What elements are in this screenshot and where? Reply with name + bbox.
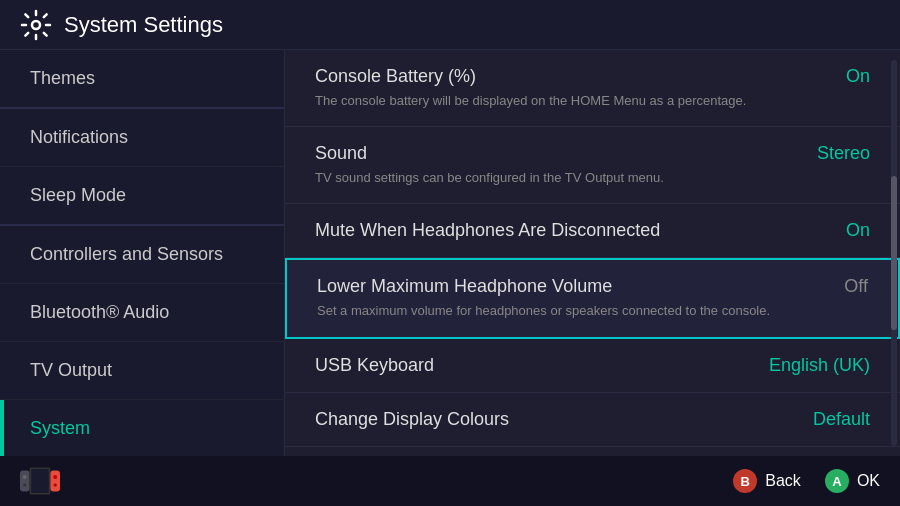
setting-name-console-battery: Console Battery (%): [315, 66, 476, 87]
svg-point-7: [53, 475, 57, 479]
setting-usb-keyboard[interactable]: USB Keyboard English (UK): [285, 339, 900, 393]
settings-icon: [20, 9, 52, 41]
switch-console-icon: [20, 467, 60, 495]
sidebar-item-controllers-sensors[interactable]: Controllers and Sensors: [0, 226, 284, 284]
setting-row-lower-headphone-volume: Lower Maximum Headphone Volume Off: [317, 276, 868, 297]
page-title: System Settings: [64, 12, 223, 38]
settings-list: Console Battery (%) On The console batte…: [285, 50, 900, 447]
header: System Settings: [0, 0, 900, 50]
setting-row-console-battery: Console Battery (%) On: [315, 66, 870, 87]
ok-button[interactable]: A OK: [825, 469, 880, 493]
setting-desc-console-battery: The console battery will be displayed on…: [315, 92, 746, 110]
setting-desc-sound: TV sound settings can be configured in t…: [315, 169, 664, 187]
setting-name-sound: Sound: [315, 143, 367, 164]
main-layout: Themes Notifications Sleep Mode Controll…: [0, 50, 900, 456]
setting-name-change-display-colours: Change Display Colours: [315, 409, 509, 430]
scrollbar[interactable]: [891, 60, 897, 446]
sidebar-item-themes[interactable]: Themes: [0, 50, 284, 109]
bottom-bar: B Back A OK: [0, 456, 900, 506]
svg-rect-1: [20, 471, 30, 492]
svg-rect-6: [50, 471, 60, 492]
setting-name-mute-headphones: Mute When Headphones Are Disconnected: [315, 220, 660, 241]
setting-lower-headphone-volume[interactable]: Lower Maximum Headphone Volume Off Set a…: [285, 258, 900, 338]
setting-sound[interactable]: Sound Stereo TV sound settings can be co…: [285, 127, 900, 204]
sidebar-item-notifications[interactable]: Notifications: [0, 109, 284, 167]
setting-value-mute-headphones: On: [846, 220, 870, 241]
setting-value-lower-headphone-volume: Off: [844, 276, 868, 297]
setting-console-battery[interactable]: Console Battery (%) On The console batte…: [285, 50, 900, 127]
svg-point-2: [23, 475, 27, 479]
setting-change-display-colours[interactable]: Change Display Colours Default: [285, 393, 900, 447]
setting-name-usb-keyboard: USB Keyboard: [315, 355, 434, 376]
content-area: Console Battery (%) On The console batte…: [285, 50, 900, 456]
b-button-circle: B: [733, 469, 757, 493]
back-label: Back: [765, 472, 801, 490]
ok-label: OK: [857, 472, 880, 490]
svg-point-3: [23, 483, 26, 486]
scrollbar-thumb: [891, 176, 897, 330]
setting-name-lower-headphone-volume: Lower Maximum Headphone Volume: [317, 276, 612, 297]
a-button-circle: A: [825, 469, 849, 493]
sidebar: Themes Notifications Sleep Mode Controll…: [0, 50, 285, 456]
sidebar-item-system[interactable]: System: [0, 400, 284, 456]
sidebar-item-bluetooth-audio[interactable]: Bluetooth® Audio: [0, 284, 284, 342]
svg-point-8: [54, 483, 57, 486]
setting-value-usb-keyboard: English (UK): [769, 355, 870, 376]
setting-value-sound: Stereo: [817, 143, 870, 164]
setting-desc-lower-headphone-volume: Set a maximum volume for headphones or s…: [317, 302, 770, 320]
svg-rect-5: [31, 469, 49, 493]
setting-row-sound: Sound Stereo: [315, 143, 870, 164]
bottom-right: B Back A OK: [733, 469, 880, 493]
sidebar-item-tv-output[interactable]: TV Output: [0, 342, 284, 400]
setting-value-change-display-colours: Default: [813, 409, 870, 430]
sidebar-item-sleep-mode[interactable]: Sleep Mode: [0, 167, 284, 226]
svg-point-0: [32, 21, 40, 29]
back-button[interactable]: B Back: [733, 469, 801, 493]
setting-mute-headphones[interactable]: Mute When Headphones Are Disconnected On: [285, 204, 900, 258]
bottom-left: [20, 467, 60, 495]
setting-value-console-battery: On: [846, 66, 870, 87]
